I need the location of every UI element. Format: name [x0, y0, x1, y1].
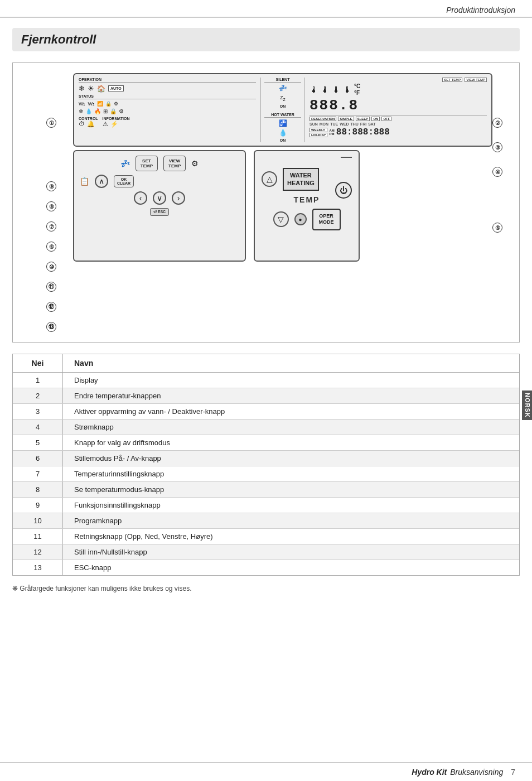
- table-row: 13 ESC-knapp: [13, 560, 519, 575]
- water-heating-label: WATER HEATING: [283, 168, 319, 191]
- down-button[interactable]: ∨: [153, 191, 166, 205]
- information-label: INFORMATION: [103, 117, 130, 120]
- on-label1: ON: [280, 104, 286, 108]
- sun-icon: ☀: [88, 84, 94, 93]
- program-btn-group: 📋: [80, 177, 89, 186]
- home-icon: 🏠: [97, 85, 105, 93]
- nav-row: 📋 ∧ OK CLEAR: [80, 175, 239, 188]
- temp-up-button[interactable]: △: [262, 171, 277, 187]
- table-row: 11 Retningsknapp (Opp, Ned, Venstre, Høy…: [13, 529, 519, 544]
- snowflake-icon: ❄: [79, 84, 85, 93]
- display-header-labels: SET TEMP VIEW TEMP: [309, 78, 487, 82]
- day-sat: SAT: [368, 122, 375, 126]
- table-row: 1 Display: [13, 373, 519, 388]
- wifi3-icon: 📶: [97, 101, 103, 107]
- day-wed: WED: [340, 122, 349, 126]
- thermometer2-icon: 🌡: [321, 85, 330, 95]
- func-icon: ⚙: [191, 159, 199, 168]
- table-cell-nei: 5: [13, 435, 63, 450]
- set-temp-button[interactable]: SET TEMP: [136, 156, 158, 171]
- func-icons-row: ❄ 💧 🔥 ⊞ 🔒 ⚙: [79, 108, 256, 114]
- full-diagram: ① ⑨ ⑧ ⑦ ⑥ ⑩ ⑪ ⑫ ⑬ OPERATION ❄ ☀ 🏠: [46, 73, 509, 332]
- table-cell-nei: 10: [13, 513, 63, 528]
- silent-btn-group: 💤: [120, 159, 130, 168]
- page-footer: Hydro Kit Bruksanvisning 7: [0, 762, 532, 781]
- table-row: 4 Strømknapp: [13, 420, 519, 435]
- table-cell-navn: Retningsknapp (Opp, Ned, Venstre, Høyre): [63, 529, 519, 544]
- callout-13: ⑬: [46, 322, 56, 332]
- func-btn-group: ⚙: [191, 159, 199, 168]
- table-row: 3 Aktiver oppvarming av vann- / Deaktive…: [13, 404, 519, 420]
- esc-icon: ⏎: [153, 210, 157, 214]
- diagram-container: ① ⑨ ⑧ ⑦ ⑥ ⑩ ⑪ ⑫ ⑬ OPERATION ❄ ☀ 🏠: [12, 62, 520, 343]
- silent-icons: 💤 zz ON: [264, 84, 301, 108]
- zzz2-icon: zz: [280, 94, 285, 102]
- bell-icon: 🔔: [87, 120, 95, 128]
- callout-1: ①: [46, 118, 56, 128]
- thermometer3-icon: 🌡: [332, 85, 341, 95]
- remote-display-left: OPERATION ❄ ☀ 🏠 AUTO STATUS W₁ W₂ 📶 🔒 ⚙: [79, 78, 256, 142]
- table-cell-navn: Funksjonsinnstillingsknapp: [63, 498, 519, 513]
- control-info-section: CONTROL ⏱ 🔔 INFORMATION ⚠ ⚡: [79, 117, 256, 128]
- page-header: Produktintroduksjon: [0, 0, 532, 18]
- table-cell-navn: Temperaturinnstillingsknapp: [63, 466, 519, 481]
- droplet-icon: 💧: [85, 108, 92, 114]
- left-button[interactable]: ‹: [134, 191, 147, 205]
- operation-icons: ❄ ☀ 🏠 AUTO: [79, 84, 256, 93]
- day-mon: MON: [320, 122, 328, 126]
- flame-icon: 🔥: [94, 108, 101, 114]
- am-pm: AM PM: [329, 129, 334, 136]
- esc-button[interactable]: ⏎ ESC: [150, 208, 169, 216]
- on-label2: ON: [280, 138, 286, 142]
- operation-label: OPERATION: [79, 78, 256, 83]
- ok-clear-button[interactable]: OK CLEAR: [114, 175, 134, 187]
- right-panel-content: △ WATER HEATING TEMP ▽ ● OPER MODE: [262, 168, 352, 230]
- table-cell-nei: 3: [13, 404, 63, 419]
- weekly-holiday-labels: WEEKLY HOLIDAY: [309, 128, 327, 137]
- power-button[interactable]: ⏻: [335, 182, 352, 199]
- control-icons: ⏱ 🔔: [79, 120, 98, 128]
- table-row: 12 Still inn-/Nullstill-knapp: [13, 544, 519, 560]
- table-row: 2 Endre temperatur-knappen: [13, 388, 519, 404]
- section-title: Fjernkontroll: [21, 32, 96, 46]
- section-title-bar: Fjernkontroll: [12, 28, 520, 51]
- table-cell-nei: 2: [13, 388, 63, 403]
- right-callouts: ② ③ ④ ⑤: [492, 73, 509, 332]
- temp-down-button[interactable]: ▽: [273, 211, 289, 227]
- oper-mode-button[interactable]: OPER MODE: [312, 209, 341, 230]
- callout-12: ⑫: [46, 302, 56, 312]
- grid-icon: ⊞: [103, 108, 108, 114]
- timer-icon: ⏱: [79, 120, 85, 128]
- weekly-holiday-row: WEEKLY HOLIDAY AM PM 88:888:888: [309, 127, 487, 137]
- small-circle-button[interactable]: ●: [294, 213, 307, 225]
- status-label: STATUS: [79, 94, 256, 99]
- up-btn-group: ∧: [95, 175, 108, 188]
- lr-nav-row: ‹ ∨ ›: [80, 191, 239, 205]
- sleep-icon: 💤: [120, 159, 130, 168]
- table-cell-nei: 13: [13, 560, 63, 575]
- zzz-icon: 💤: [279, 84, 287, 92]
- on-btn: ON: [371, 117, 380, 121]
- table-cell-nei: 12: [13, 544, 63, 560]
- callout-7: ⑦: [46, 221, 56, 232]
- top-buttons-row: 💤 SET TEMP VIEW TEMP ⚙: [80, 156, 239, 171]
- up-button[interactable]: ∧: [95, 175, 108, 188]
- view-temp-button[interactable]: VIEW TEMP: [163, 156, 186, 171]
- footer-page: 7: [511, 768, 515, 777]
- callout-6: ⑥: [46, 242, 56, 252]
- silent-label: SILENT: [264, 78, 301, 83]
- table-cell-nei: 7: [13, 466, 63, 481]
- wifi2-icon: W₂: [88, 101, 95, 107]
- callout-2: ②: [492, 118, 502, 128]
- callout-4: ④: [492, 167, 502, 177]
- col-navn-header: Navn: [63, 354, 519, 372]
- table-cell-navn: Aktiver oppvarming av vann- / Deaktiver-…: [63, 404, 519, 419]
- callout-10: ⑩: [46, 262, 56, 272]
- indicator-line: [341, 157, 352, 158]
- info-section: INFORMATION ⚠ ⚡: [103, 117, 130, 128]
- right-button[interactable]: ›: [172, 191, 185, 205]
- lock2-icon: 🔒: [110, 108, 117, 114]
- wifi1-icon: W₁: [79, 101, 86, 107]
- remote-control-panel: 💤 SET TEMP VIEW TEMP ⚙ 📋: [73, 150, 246, 262]
- holiday-label: HOLIDAY: [309, 133, 327, 137]
